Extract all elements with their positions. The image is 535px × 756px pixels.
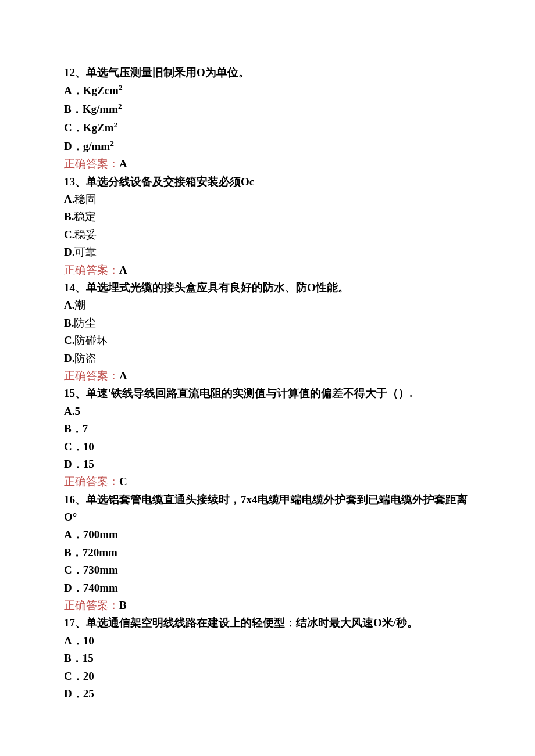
question-option: A．KgZcm2 bbox=[64, 81, 471, 100]
question-option: D.防盗 bbox=[64, 350, 471, 367]
correct-answer: 正确答案：B bbox=[64, 597, 471, 614]
question-option: B．7 bbox=[64, 420, 471, 438]
question-stem: 14、单选埋式光缆的接头盒应具有良好的防水、防O性能。 bbox=[64, 279, 471, 296]
question-option: C.稳妥 bbox=[64, 226, 471, 243]
question-stem: 17、单选通信架空明线线路在建设上的轻便型：结冰时最大风速O米/秒。 bbox=[64, 614, 471, 632]
answer-label: 正确答案： bbox=[64, 264, 119, 276]
question-stem: 12、单选气压测量旧制釆用O为单位。 bbox=[64, 64, 471, 81]
answer-value: A bbox=[119, 157, 127, 170]
answer-label: 正确答案： bbox=[64, 599, 119, 611]
answer-value: B bbox=[119, 599, 127, 611]
question-option: B．720mm bbox=[64, 544, 471, 561]
question-stem: 16、单选铝套管电缆直通头接续时，7x4电缆甲端电缆外护套到已端电缆外护套距离O… bbox=[64, 491, 471, 526]
question-option: D．740mm bbox=[64, 579, 471, 597]
answer-value: C bbox=[119, 475, 127, 488]
question-option: A.5 bbox=[64, 403, 471, 420]
question-option: D.可靠 bbox=[64, 243, 471, 261]
question-option: C.防碰坏 bbox=[64, 332, 471, 349]
question-option: A．700mm bbox=[64, 526, 471, 543]
question-option: A.潮 bbox=[64, 296, 471, 314]
question-option: A.稳固 bbox=[64, 191, 471, 208]
answer-label: 正确答案： bbox=[64, 157, 119, 170]
question-option: B．15 bbox=[64, 650, 471, 667]
correct-answer: 正确答案：C bbox=[64, 473, 471, 490]
question-option: D．25 bbox=[64, 685, 471, 703]
question-option: D．g/mm2 bbox=[64, 137, 471, 156]
question-option: C．10 bbox=[64, 438, 471, 456]
question-option: C．20 bbox=[64, 668, 471, 685]
correct-answer: 正确答案：A bbox=[64, 155, 471, 173]
question-option: B.稳定 bbox=[64, 208, 471, 225]
question-option: A．10 bbox=[64, 632, 471, 650]
question-option: C．730mm bbox=[64, 561, 471, 579]
answer-label: 正确答案： bbox=[64, 475, 119, 488]
question-option: C．KgZm2 bbox=[64, 119, 471, 137]
answer-value: A bbox=[119, 370, 127, 382]
question-option: B．Kg/mm2 bbox=[64, 100, 471, 119]
correct-answer: 正确答案：A bbox=[64, 261, 471, 279]
answer-value: A bbox=[119, 264, 127, 276]
answer-label: 正确答案： bbox=[64, 370, 119, 382]
question-option: D．15 bbox=[64, 456, 471, 473]
correct-answer: 正确答案：A bbox=[64, 367, 471, 385]
question-stem: 13、单选分线设备及交接箱安装必须Oc bbox=[64, 173, 471, 191]
question-option: B.防尘 bbox=[64, 314, 471, 332]
question-stem: 15、单速'铁线导线回路直流电阻的实测值与计算值的偏差不得大于（）. bbox=[64, 385, 471, 402]
